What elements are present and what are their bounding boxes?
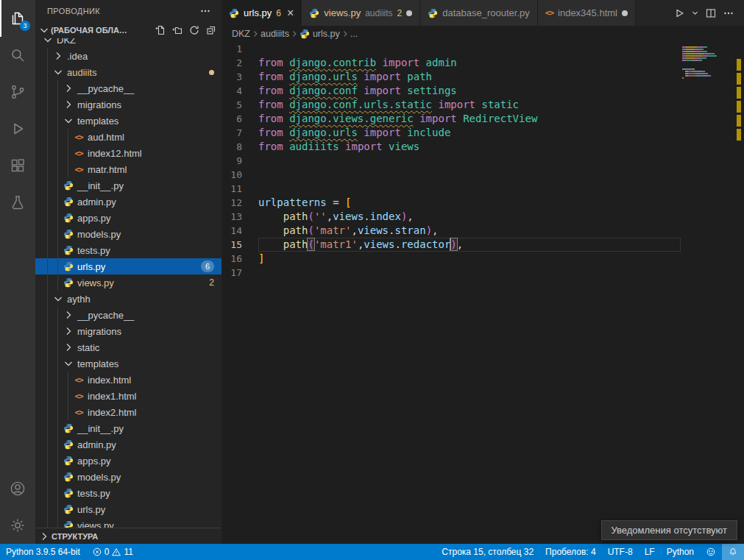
tree-item-index.html[interactable]: <>index.html xyxy=(35,372,222,388)
breadcrumb: DKZaudiiitsurls.py... xyxy=(222,26,744,42)
refresh-icon[interactable] xyxy=(187,23,202,38)
tree-item-__init__.py[interactable]: __init__.py xyxy=(35,177,222,194)
breadcrumb-item[interactable]: audiiits xyxy=(261,29,289,39)
line-number: 5 xyxy=(222,98,258,112)
tree-item-__pycache__[interactable]: __pycache__ xyxy=(35,307,222,323)
breadcrumb-item[interactable]: ... xyxy=(350,29,358,39)
tree-item-admin.py[interactable]: admin.py xyxy=(35,194,222,210)
notifications-bell-icon[interactable] xyxy=(722,544,744,560)
run-debug-icon[interactable] xyxy=(0,110,35,147)
close-icon[interactable]: × xyxy=(287,8,294,18)
tree-item-__pycache__[interactable]: __pycache__ xyxy=(35,80,222,96)
settings-gear-icon[interactable] xyxy=(0,507,35,544)
tree-item-label: audiiits xyxy=(67,67,96,78)
run-dropdown-chevron-icon[interactable] xyxy=(689,4,701,22)
chevron-down-icon xyxy=(62,358,75,369)
code-line-13[interactable]: 13 path('',views.index), xyxy=(222,210,681,224)
code-line-9[interactable]: 9 xyxy=(222,154,681,168)
tree-item-templates[interactable]: templates xyxy=(35,355,222,372)
tab-urls.py[interactable]: urls.py6× xyxy=(222,0,302,26)
tree-item-index12.html[interactable]: <>index12.html xyxy=(35,145,222,161)
new-file-icon[interactable] xyxy=(153,23,168,38)
tree-item-urls.py[interactable]: urls.py xyxy=(35,501,222,517)
tree-item-matr.html[interactable]: <>matr.html xyxy=(35,161,222,177)
tree-item-migrations[interactable]: migrations xyxy=(35,96,222,113)
breadcrumb-item[interactable]: DKZ xyxy=(232,29,250,39)
code-line-11[interactable]: 11 xyxy=(222,182,681,196)
tab-database_roouter.py[interactable]: database_roouter.py xyxy=(420,0,538,26)
indentation-status[interactable]: Пробелов: 4 xyxy=(539,544,602,560)
tree-item-urls.py[interactable]: urls.py6 xyxy=(35,258,222,274)
code-line-10[interactable]: 10 xyxy=(222,168,681,182)
tree-item-apps.py[interactable]: apps.py xyxy=(35,453,222,469)
code-line-6[interactable]: 6from django.views.generic import Redire… xyxy=(222,112,681,126)
tree-item-models.py[interactable]: models.py xyxy=(35,469,222,485)
tree-item-index2.html[interactable]: <>index2.html xyxy=(35,404,222,420)
workspace-section-header[interactable]: (РАБОЧАЯ ОБЛАСТЬ) ... xyxy=(35,22,222,38)
extensions-icon[interactable] xyxy=(0,147,35,184)
tree-item-audiiits[interactable]: audiiits xyxy=(35,64,222,80)
code-line-12[interactable]: 12urlpatterns = [ xyxy=(222,196,681,210)
tree-item-DKZ[interactable]: DKZ xyxy=(35,38,222,48)
search-icon[interactable] xyxy=(0,37,35,74)
problems-status[interactable]: 0 11 xyxy=(86,544,139,560)
language-mode-status[interactable]: Python xyxy=(661,544,700,560)
split-editor-icon[interactable] xyxy=(703,4,719,22)
tree-item-aud.html[interactable]: <>aud.html xyxy=(35,129,222,145)
code-line-14[interactable]: 14 path('matr',views.stran), xyxy=(222,224,681,238)
code-line-17[interactable]: 17 xyxy=(222,266,681,280)
tree-item-views.py[interactable]: views.py2 xyxy=(35,274,222,291)
tree-item-views.py[interactable]: views.py xyxy=(35,517,222,528)
indent-guide xyxy=(52,80,62,96)
tree-item-templates[interactable]: templates xyxy=(35,113,222,129)
python-interpreter-status[interactable]: Python 3.9.5 64-bit xyxy=(0,544,86,560)
more-actions-icon[interactable] xyxy=(199,5,211,17)
tree-item-__init__.py[interactable]: __init__.py xyxy=(35,420,222,436)
explorer-icon[interactable]: 3 xyxy=(0,0,35,37)
code-line-8[interactable]: 8from audiiits import views xyxy=(222,140,681,154)
indent-guide xyxy=(52,501,62,517)
code-token: from xyxy=(258,99,289,110)
tree-item-index1.html[interactable]: <>index1.html xyxy=(35,388,222,404)
code-line-4[interactable]: 4from django.conf import settings xyxy=(222,84,681,98)
chevron-right-icon xyxy=(38,531,50,542)
encoding-status[interactable]: UTF-8 xyxy=(602,544,639,560)
code-line-16[interactable]: 16] xyxy=(222,252,681,266)
tree-item-.idea[interactable]: .idea xyxy=(35,48,222,64)
account-icon[interactable] xyxy=(0,470,35,507)
code-token: django.urls xyxy=(289,127,358,138)
tree-item-admin.py[interactable]: admin.py xyxy=(35,436,222,453)
new-folder-icon[interactable] xyxy=(170,23,185,38)
tree-item-aythh[interactable]: aythh xyxy=(35,291,222,307)
collapse-all-icon[interactable] xyxy=(204,23,219,38)
tree-item-tests.py[interactable]: tests.py xyxy=(35,242,222,258)
testing-icon[interactable] xyxy=(0,184,35,221)
cursor-position-status[interactable]: Строка 15, столбец 32 xyxy=(436,544,539,560)
tree-item-migrations[interactable]: migrations xyxy=(35,323,222,339)
code-editor[interactable]: 12from django.contrib import admin3from … xyxy=(222,42,744,544)
line-content: from django.views.generic import Redirec… xyxy=(258,112,681,126)
tree-item-tests.py[interactable]: tests.py xyxy=(35,485,222,501)
warning-count: 11 xyxy=(124,547,132,557)
tree-item-static[interactable]: static xyxy=(35,339,222,355)
code-line-7[interactable]: 7from django.urls import include xyxy=(222,126,681,140)
tree-item-models.py[interactable]: models.py xyxy=(35,226,222,242)
minimap[interactable] xyxy=(682,43,734,81)
python-file-icon xyxy=(62,261,75,272)
code-line-5[interactable]: 5from django.conf.urls.static import sta… xyxy=(222,98,681,112)
outline-section-header[interactable]: СТРУКТУРА xyxy=(35,528,222,544)
overview-ruler[interactable] xyxy=(734,42,744,544)
code-line-2[interactable]: 2from django.contrib import admin xyxy=(222,56,681,70)
breadcrumb-item[interactable]: urls.py xyxy=(300,29,340,39)
code-line-15[interactable]: 15 path('matr1',views.redactor), xyxy=(222,238,681,252)
code-line-3[interactable]: 3from django.urls import path xyxy=(222,70,681,84)
tree-item-apps.py[interactable]: apps.py xyxy=(35,210,222,226)
source-control-icon[interactable] xyxy=(0,74,35,110)
code-line-1[interactable]: 1 xyxy=(222,42,681,56)
editor-more-actions-icon[interactable] xyxy=(720,4,737,22)
feedback-icon[interactable] xyxy=(700,544,722,560)
tab-views.py[interactable]: views.pyaudiiits2 xyxy=(302,0,420,26)
run-python-file-button[interactable] xyxy=(671,4,687,22)
tab-index345.html[interactable]: <>index345.html xyxy=(538,0,636,26)
eol-status[interactable]: LF xyxy=(639,544,661,560)
